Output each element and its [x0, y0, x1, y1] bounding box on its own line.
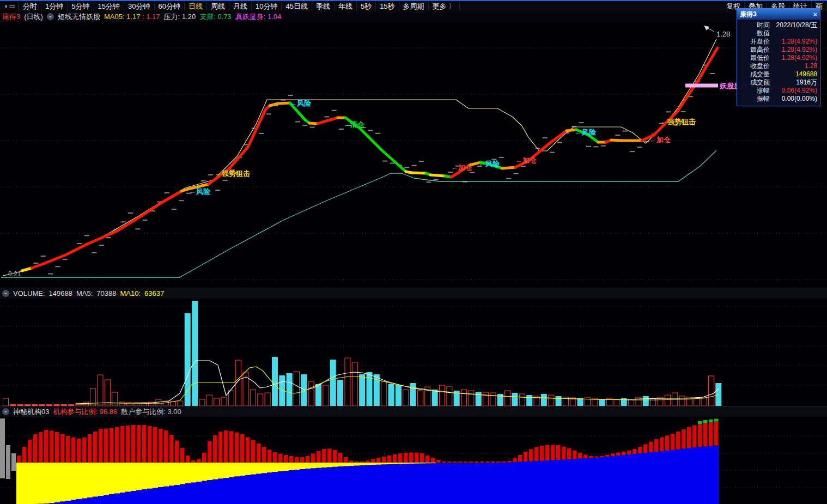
- volume-label[interactable]: VOLUME:: [13, 289, 45, 297]
- institution-header: ⌄ 神秘机构03 机构参与比例: 96.86 散户参与比例: 3.00: [0, 406, 827, 417]
- period-toolbar: ◑ ▭ 分时1分钟5分钟15分钟30分钟60分钟日线周线月线10分钟45日线季线…: [0, 1, 827, 11]
- main-chart: 妖股显身←风险←强势狙击←风险←清仓←加仓←风险←加仓←风险←加仓←强势狙击←0…: [0, 22, 827, 288]
- vol-ma10-label: MA10:: [120, 289, 141, 297]
- khaki-envelope-line: [3, 39, 716, 276]
- support-value: 0.73: [217, 13, 231, 21]
- svg-text:←风险: ←风险: [189, 187, 211, 196]
- stock-name[interactable]: 康得3: [2, 12, 20, 22]
- quote-label: 数值: [740, 29, 770, 38]
- period-tab-月线[interactable]: 月线: [229, 2, 252, 11]
- quote-label: 最低价: [740, 54, 770, 62]
- period-tab-分时[interactable]: 分时: [19, 2, 41, 11]
- period-tab-15秒[interactable]: 15秒: [376, 2, 399, 11]
- quote-row: 涨幅0.06(4.92%): [740, 87, 817, 95]
- quote-value: 1.28: [770, 62, 817, 70]
- demon-label: 真妖显身:: [235, 13, 266, 21]
- quote-row: 收盘价1.28: [740, 62, 817, 70]
- quote-value: 149688: [770, 70, 817, 78]
- period-tabs: 分时1分钟5分钟15分钟30分钟60分钟日线周线月线10分钟45日线季线年线5秒…: [19, 2, 722, 11]
- vol-ma5-value: 70388: [96, 289, 116, 297]
- quote-label: 时间: [740, 21, 770, 29]
- ma05-group: MA05: 1.17 : 1.17: [104, 13, 160, 21]
- svg-text:←风险: ←风险: [290, 99, 312, 107]
- collapse-indicator-icon[interactable]: ⌄: [2, 408, 9, 415]
- quote-label: 最高价: [740, 46, 770, 54]
- quote-value: 1916万: [770, 78, 817, 87]
- quote-label: 收盘价: [740, 62, 770, 70]
- svg-text:←0.21: ←0.21: [2, 270, 21, 278]
- period-tab-45日线[interactable]: 45日线: [282, 2, 312, 11]
- volume-bars: [3, 301, 722, 406]
- close-icon[interactable]: ×: [813, 11, 817, 18]
- collapse-volume-icon[interactable]: ⌄: [2, 290, 9, 297]
- period-tab-季线[interactable]: 季线: [312, 2, 335, 11]
- period-tab-1分钟[interactable]: 1分钟: [41, 2, 68, 11]
- indicator-info-row: 康得3 (日线) ⌄ 短线无情妖股 MA05: 1.17 : 1.17 压力: …: [0, 11, 827, 22]
- quote-row: 数值: [740, 29, 817, 38]
- quote-label: 成交量: [740, 70, 770, 78]
- quote-value: [770, 29, 817, 38]
- period-tab-60分钟[interactable]: 60分钟: [155, 2, 185, 11]
- svg-text:←风险: ←风险: [478, 160, 500, 168]
- vol-ma5-label: MA5:: [76, 289, 93, 297]
- quote-popup[interactable]: 康得3 × 时间2022/10/28/五数值开盘价1.28(4.92%)最高价1…: [737, 8, 820, 106]
- svg-text:←强势狙击: ←强势狙击: [660, 118, 696, 126]
- quote-label: 开盘价: [740, 38, 770, 46]
- quote-row: 振幅0.00(0.00%): [740, 95, 817, 103]
- quote-value: 0.06(4.92%): [770, 87, 817, 95]
- quote-row: 开盘价1.28(4.92%): [740, 38, 817, 46]
- inst-group: 机构参与比例: 96.86: [53, 407, 117, 417]
- pressure-value: 1.20: [182, 13, 196, 21]
- indicator-name[interactable]: 短线无情妖股: [58, 12, 100, 22]
- layout-icon[interactable]: ◑ ▭: [0, 2, 19, 11]
- quote-value: 2022/10/28/五: [770, 21, 817, 29]
- quote-label: 涨幅: [740, 87, 770, 95]
- quote-row: 时间2022/10/28/五: [740, 21, 817, 29]
- quote-label: 振幅: [740, 95, 770, 103]
- volume-gridlines: [0, 306, 827, 385]
- kline-dashes: [26, 65, 715, 275]
- support-label: 支撑:: [199, 13, 216, 21]
- period-label: (日线): [24, 12, 43, 22]
- period-tab-年线[interactable]: 年线: [335, 2, 357, 11]
- svg-text:←加仓: ←加仓: [515, 156, 537, 165]
- ma05-value2: : 1.17: [142, 13, 160, 21]
- period-tab-更多 〉[interactable]: 更多 〉: [429, 2, 460, 11]
- quote-row: 成交额1916万: [740, 78, 817, 87]
- quote-row: 最高价1.28(4.92%): [740, 46, 817, 54]
- period-tab-5分钟[interactable]: 5分钟: [68, 2, 94, 11]
- period-tab-周线[interactable]: 周线: [207, 2, 229, 11]
- period-tab-30分钟[interactable]: 30分钟: [124, 2, 154, 11]
- svg-text:←加仓: ←加仓: [451, 163, 472, 172]
- indicator-title[interactable]: 神秘机构03: [13, 407, 49, 417]
- institution-pane[interactable]: [0, 417, 827, 504]
- main-chart-pane[interactable]: 妖股显身←风险←强势狙击←风险←清仓←加仓←风险←加仓←风险←加仓←强势狙击←0…: [0, 22, 827, 288]
- svg-text:←清仓: ←清仓: [343, 120, 364, 129]
- ma05-label: MA05:: [104, 13, 125, 21]
- support-group: 支撑: 0.73: [199, 12, 232, 22]
- inst-label: 机构参与比例:: [53, 408, 98, 416]
- quote-row: 成交量149688: [740, 70, 817, 78]
- demon-value: 1.04: [267, 13, 281, 21]
- period-tab-多周期[interactable]: 多周期: [399, 2, 429, 11]
- quote-popup-titlebar[interactable]: 康得3 ×: [737, 9, 820, 20]
- quote-row: 最低价1.28(4.92%): [740, 54, 817, 62]
- quote-popup-body: 时间2022/10/28/五数值开盘价1.28(4.92%)最高价1.28(4.…: [737, 20, 820, 106]
- quote-value: 1.28(4.92%): [770, 46, 817, 54]
- quote-popup-title: 康得3: [740, 10, 757, 19]
- period-tab-15分钟[interactable]: 15分钟: [94, 2, 124, 11]
- period-tab-10分钟[interactable]: 10分钟: [252, 2, 282, 11]
- volume-pane[interactable]: [0, 299, 827, 406]
- chevron-down-icon[interactable]: ⌄: [47, 13, 54, 20]
- period-tab-5秒[interactable]: 5秒: [357, 2, 376, 11]
- retail-group: 散户参与比例: 3.00: [121, 407, 181, 417]
- ma05-value: 1.17: [126, 13, 140, 21]
- svg-text:←加仓: ←加仓: [649, 136, 671, 144]
- pressure-group: 压力: 1.20: [164, 12, 196, 22]
- aqua-trend-line: [1, 150, 716, 277]
- price-labels: ←0.211.28: [2, 26, 730, 278]
- quote-value: 1.28(4.92%): [770, 38, 817, 46]
- period-tab-日线[interactable]: 日线: [185, 2, 207, 11]
- pressure-label: 压力:: [164, 13, 180, 21]
- svg-text:←强势狙击: ←强势狙击: [215, 169, 250, 178]
